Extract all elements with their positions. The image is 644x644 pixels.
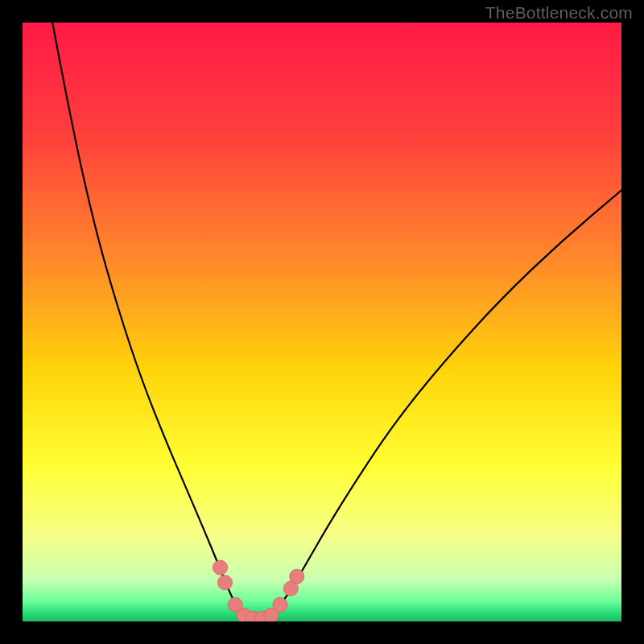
plot-area <box>23 23 621 621</box>
bottleneck-chart <box>23 23 621 621</box>
chart-frame: TheBottleneck.com <box>0 0 644 644</box>
watermark-text: TheBottleneck.com <box>485 3 633 23</box>
marker-dot <box>290 569 304 584</box>
gradient-background <box>23 23 621 621</box>
marker-dot <box>213 560 228 575</box>
marker-dot <box>217 576 232 590</box>
marker-dot <box>273 597 287 612</box>
